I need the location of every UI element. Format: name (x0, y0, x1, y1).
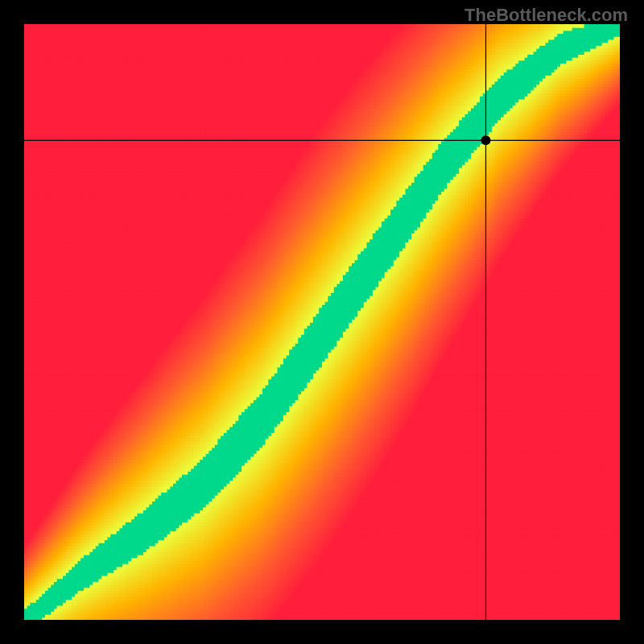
bottleneck-heatmap (0, 0, 644, 644)
watermark-text: TheBottleneck.com (464, 5, 628, 26)
